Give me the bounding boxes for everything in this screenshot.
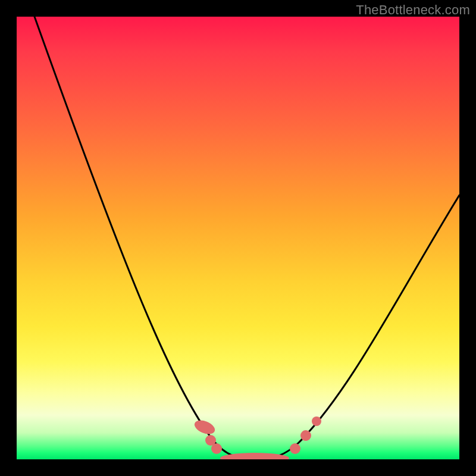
curve-marker (300, 430, 311, 441)
curve-markers (193, 416, 321, 459)
bottleneck-curve-svg (17, 17, 459, 459)
curve-marker (312, 416, 321, 426)
curve-marker (211, 443, 222, 454)
curve-marker (193, 418, 217, 437)
chart-plot-area (17, 17, 459, 459)
bottleneck-curve-path (35, 17, 459, 459)
watermark-text: TheBottleneck.com (356, 2, 470, 18)
curve-marker (290, 443, 300, 454)
